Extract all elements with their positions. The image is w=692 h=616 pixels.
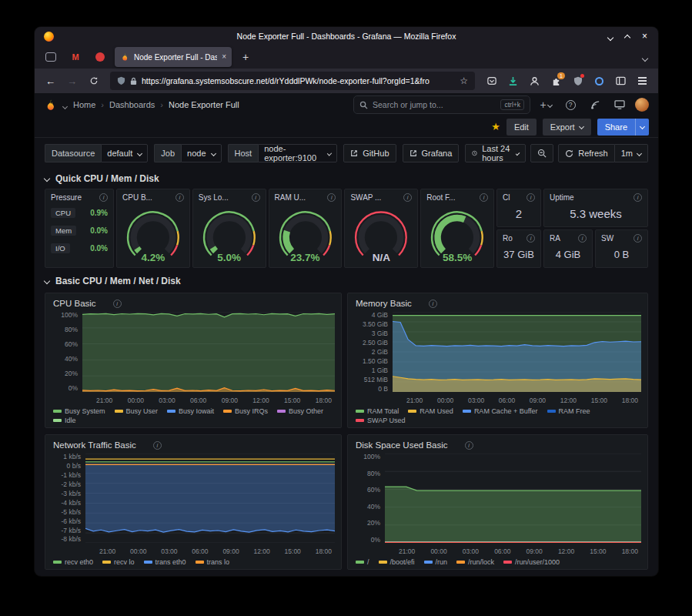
adblock-shield-icon[interactable] (568, 72, 587, 90)
panel-title[interactable]: Disk Space Used Basic (356, 440, 448, 450)
info-icon[interactable]: i (527, 193, 535, 202)
legend-item[interactable]: Idle (53, 417, 76, 424)
info-icon[interactable]: i (113, 300, 122, 308)
panel-title[interactable]: Sys Lo... (199, 193, 229, 202)
back-button[interactable]: ← (41, 72, 60, 90)
forward-button[interactable]: → (62, 72, 82, 90)
info-icon[interactable]: i (633, 193, 642, 202)
info-icon[interactable]: i (99, 193, 108, 202)
edit-button[interactable]: Edit (506, 119, 537, 136)
sidebar-icon[interactable] (611, 72, 630, 90)
url-text[interactable]: https://grafana.systemsobscure.net/d/rYd… (142, 76, 455, 85)
panel-title[interactable]: CPU Basic (53, 299, 96, 308)
legend-item[interactable]: Busy User (115, 407, 159, 415)
favorite-star-icon[interactable]: ★ (491, 121, 500, 132)
panel-title[interactable]: SW (601, 234, 613, 243)
info-icon[interactable]: i (465, 441, 473, 450)
legend-item[interactable]: SWAP Used (356, 417, 406, 424)
menu-icon[interactable] (633, 72, 652, 90)
user-avatar[interactable] (635, 98, 649, 112)
panel-title[interactable]: RA (550, 234, 560, 243)
pinned-tab[interactable] (90, 48, 110, 66)
info-icon[interactable]: i (252, 193, 260, 202)
breadcrumb-dashboards[interactable]: Dashboards (109, 100, 155, 109)
new-menu-button[interactable]: + (537, 95, 555, 114)
active-tab[interactable]: Node Exporter Full - Dashbo × (115, 47, 232, 67)
chart-canvas[interactable] (85, 454, 335, 543)
legend-item[interactable]: recv eth0 (53, 558, 93, 566)
account-icon[interactable] (525, 72, 544, 90)
info-icon[interactable]: i (480, 193, 488, 202)
info-icon[interactable]: i (403, 193, 412, 202)
time-range-picker[interactable]: Last 24 hours (465, 144, 526, 162)
chart-canvas[interactable] (393, 312, 641, 392)
refresh-interval-select[interactable]: 1m (615, 144, 648, 162)
chart-canvas[interactable] (82, 312, 335, 392)
var-host[interactable]: Host node-exporter:9100 (228, 144, 338, 162)
legend-item[interactable]: /run/user/1000 (503, 558, 560, 566)
search-input[interactable]: Search or jump to... ctrl+k (353, 95, 530, 114)
info-icon[interactable]: i (327, 193, 336, 202)
reload-button[interactable] (84, 72, 103, 90)
export-button[interactable]: Export (543, 119, 591, 136)
firefox-view-icon[interactable] (41, 48, 61, 66)
tracking-shield-icon[interactable] (117, 76, 125, 85)
legend-item[interactable]: RAM Total (356, 407, 399, 415)
legend-item[interactable]: /run (424, 558, 448, 566)
tab-close-icon[interactable]: × (222, 53, 226, 61)
extensions-icon[interactable]: 1 (547, 72, 566, 90)
url-bar[interactable]: https://grafana.systemsobscure.net/d/rYd… (110, 72, 475, 90)
legend-item[interactable]: RAM Cache + Buffer (463, 407, 538, 415)
news-icon[interactable] (586, 95, 604, 114)
panel-title[interactable]: Memory Basic (356, 299, 412, 308)
refresh-button[interactable]: Refresh (558, 144, 615, 162)
panel-pressure[interactable]: Pressurei CPU0.9% Mem0.0% I/O0.0% (45, 189, 114, 268)
panel-cpu-cores[interactable]: Cli 2 (496, 189, 541, 227)
info-icon[interactable]: i (429, 300, 437, 308)
panel-disk-space-used-basic[interactable]: Disk Space Used Basici 100%80%60%40%20%0… (347, 434, 648, 570)
zoom-out-button[interactable] (530, 144, 553, 162)
grafana-logo[interactable] (44, 99, 57, 112)
container-icon[interactable] (590, 72, 609, 90)
legend-item[interactable]: recv lo (102, 558, 135, 566)
legend-item[interactable]: Busy Iowait (167, 407, 214, 415)
pinned-tab-gmail[interactable]: M (65, 48, 85, 66)
panel-ram-total[interactable]: RAi 4 GiB (543, 229, 593, 268)
panel-network-traffic-basic[interactable]: Network Traffic Basici 1 kb/s0 b/s-1 kb/… (45, 434, 342, 570)
panel-title[interactable]: CPU B... (122, 193, 152, 202)
section-basic[interactable]: Basic CPU / Mem / Net / Disk (45, 276, 648, 286)
chart-canvas[interactable] (385, 454, 641, 543)
share-menu-icon[interactable] (635, 119, 649, 136)
panel-title[interactable]: Network Traffic Basic (53, 440, 136, 450)
window-minimize-button[interactable] (608, 29, 613, 43)
panel-swap-total[interactable]: SWi 0 B (595, 229, 648, 268)
panel-cpu-busy[interactable]: CPU B...i 4.2% (116, 189, 190, 268)
panel-ram-used[interactable]: RAM U...i 23.7% (269, 189, 343, 268)
panel-title[interactable]: Root F... (426, 193, 455, 202)
panel-title[interactable]: RAM U... (275, 193, 306, 202)
window-close-button[interactable]: × (642, 32, 647, 41)
legend-item[interactable]: trans eth0 (144, 558, 186, 566)
legend-item[interactable]: /boot/efi (379, 558, 415, 566)
github-link-button[interactable]: GitHub (343, 144, 396, 162)
org-switcher-icon[interactable] (63, 98, 67, 112)
lock-icon[interactable] (130, 77, 137, 85)
var-datasource[interactable]: Datasource default (45, 144, 148, 162)
panel-cpu-basic[interactable]: CPU Basici 100%80%60%40%20%0% 21:0000:00… (45, 293, 342, 428)
legend-item[interactable]: / (356, 558, 369, 566)
panel-rootfs-total[interactable]: Roi 37 GiB (496, 229, 541, 268)
panel-title[interactable]: Uptime (550, 193, 574, 202)
info-icon[interactable]: i (176, 193, 184, 202)
var-job[interactable]: Job node (154, 144, 221, 162)
panel-memory-basic[interactable]: Memory Basici 4 GiB3.50 GiB3 GiB2.50 GiB… (347, 293, 648, 428)
downloads-icon[interactable] (503, 72, 523, 90)
panel-title[interactable]: Ro (503, 234, 513, 243)
legend-item[interactable]: trans lo (196, 558, 230, 566)
bookmark-star-icon[interactable]: ☆ (460, 75, 468, 86)
grafana-link-button[interactable]: Grafana (403, 144, 460, 162)
legend-item[interactable]: Busy Other (277, 407, 323, 415)
panel-rootfs-used[interactable]: Root F...i 58.5% (420, 189, 494, 268)
new-tab-button[interactable]: + (236, 48, 255, 66)
window-titlebar[interactable]: Node Exporter Full - Dashboards - Grafan… (35, 27, 658, 45)
panel-title[interactable]: SWAP ... (350, 193, 381, 202)
